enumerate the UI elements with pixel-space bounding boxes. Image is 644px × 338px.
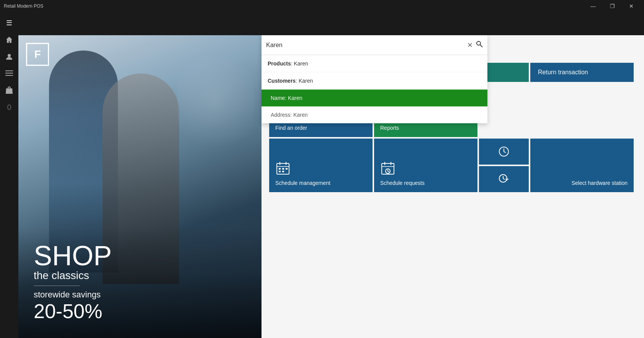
hero-image: F SHOP the classics storewide savings 20… xyxy=(18,35,262,338)
svg-rect-2 xyxy=(5,73,13,73)
svg-rect-21 xyxy=(279,171,281,172)
address-karen-text: Address: Karen xyxy=(271,112,308,118)
schedule-requests-tile[interactable]: Schedule requests xyxy=(374,139,477,192)
app-container: ☰ 0 ↻ ⚙ ? 1 - HOUSTON-4 xyxy=(0,12,644,338)
hero-shop-text: SHOP xyxy=(34,242,246,269)
schedule-requests-label: Schedule requests xyxy=(380,180,425,186)
svg-rect-1 xyxy=(5,70,13,71)
schedule-management-tile[interactable]: Schedule management xyxy=(269,139,373,192)
bottom-tiles-row: Schedule management xyxy=(269,139,634,192)
return-transaction-tile[interactable]: Return transaction xyxy=(530,63,634,82)
schedule-management-label: Schedule management xyxy=(275,180,330,186)
search-address-karen[interactable]: Address: Karen xyxy=(262,106,487,123)
topbar: ↻ ⚙ ? 1 - HOUSTON-4 xyxy=(18,12,644,35)
main-body: F SHOP the classics storewide savings 20… xyxy=(18,35,644,338)
search-container: ✕ Products: Karen Customers: Karen xyxy=(262,35,487,123)
close-button[interactable]: ✕ xyxy=(623,0,640,12)
svg-rect-18 xyxy=(279,168,281,170)
titlebar-left: Retail Modern POS xyxy=(4,3,43,9)
search-input[interactable] xyxy=(266,42,467,49)
customers-label: Customers xyxy=(268,78,296,84)
sidebar-menu-icon[interactable]: ☰ xyxy=(2,15,17,31)
select-hardware-station-tile[interactable]: Select hardware station xyxy=(530,139,634,192)
search-clear-icon[interactable]: ✕ xyxy=(467,41,473,49)
products-label: Products xyxy=(268,60,291,67)
svg-rect-3 xyxy=(5,75,13,76)
small-tiles-pair xyxy=(479,139,529,192)
app-title: Retail Modern POS xyxy=(4,3,43,9)
hero-logo-box: F xyxy=(26,43,49,66)
search-input-row: ✕ xyxy=(262,35,487,55)
name-karen-text: Name: Karen xyxy=(271,95,302,101)
products-panel: Products W WOMENS M xyxy=(641,35,644,338)
svg-line-6 xyxy=(480,45,482,47)
svg-point-5 xyxy=(477,41,481,45)
sidebar-customers-icon[interactable] xyxy=(2,49,17,64)
search-products-suggestion[interactable]: Products: Karen xyxy=(262,55,487,72)
sidebar-list-icon[interactable] xyxy=(2,66,17,81)
hero-divider xyxy=(34,286,80,286)
reports-label: Reports xyxy=(380,125,399,131)
titlebar-controls: — ❐ ✕ xyxy=(584,0,640,12)
minimize-button[interactable]: — xyxy=(584,0,602,12)
sidebar-zero-badge: 0 xyxy=(2,100,17,115)
center-area: ✕ Products: Karen Customers: Karen xyxy=(262,35,641,338)
hero-subtext: the classics xyxy=(34,269,246,282)
restore-button[interactable]: ❐ xyxy=(603,0,621,12)
hero-letter: F xyxy=(34,48,41,60)
sidebar-home-icon[interactable] xyxy=(2,32,17,47)
titlebar: Retail Modern POS — ❐ ✕ xyxy=(0,0,644,12)
small-tile-2[interactable] xyxy=(479,166,529,192)
sidebar-bag-icon[interactable] xyxy=(2,83,17,98)
customers-value: : Karen xyxy=(296,78,313,84)
products-value: : Karen xyxy=(291,60,308,67)
svg-rect-19 xyxy=(282,168,284,170)
search-dropdown: Products: Karen Customers: Karen Name: K… xyxy=(262,55,487,123)
search-customers-suggestion[interactable]: Customers: Karen xyxy=(262,72,487,90)
sidebar: ☰ 0 xyxy=(0,12,18,338)
hero-overlay: SHOP the classics storewide savings 20-5… xyxy=(18,227,262,338)
return-transaction-label: Return transaction xyxy=(538,69,588,76)
main-content: ↻ ⚙ ? 1 - HOUSTON-4 xyxy=(18,12,644,338)
svg-rect-22 xyxy=(282,171,284,172)
schedule-req-icon xyxy=(380,160,396,180)
svg-point-0 xyxy=(8,54,11,57)
search-name-karen[interactable]: Name: Karen xyxy=(262,90,487,106)
hero-percent: 20-50% xyxy=(34,300,246,323)
small-tile-1[interactable] xyxy=(479,139,529,165)
select-hardware-station-label: Select hardware station xyxy=(572,180,628,186)
svg-rect-20 xyxy=(286,168,288,170)
schedule-mgmt-icon xyxy=(275,160,291,180)
search-submit-icon[interactable] xyxy=(476,41,483,49)
find-order-label: Find an order xyxy=(275,125,307,131)
hero-savings: storewide savings xyxy=(34,290,246,300)
